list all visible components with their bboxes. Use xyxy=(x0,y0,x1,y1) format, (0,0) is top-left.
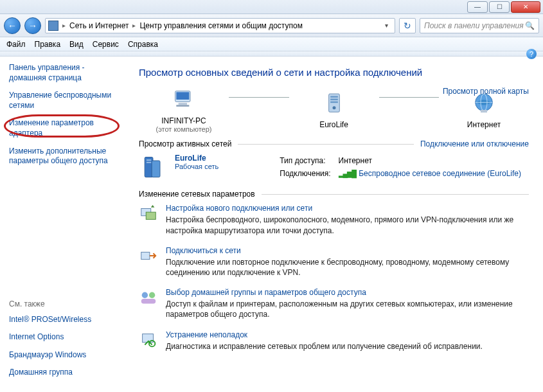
sidebar: Панель управления - домашняя страница Уп… xyxy=(0,57,130,392)
map-node-network[interactable]: EuroLife xyxy=(289,91,379,129)
menu-view[interactable]: Вид xyxy=(69,40,84,49)
access-type-label: Тип доступа: xyxy=(280,155,337,166)
address-dropdown[interactable]: ▾ xyxy=(380,22,392,29)
task-new-connection: Настройка нового подключения или сети На… xyxy=(139,204,529,235)
svg-rect-19 xyxy=(141,252,150,259)
back-button[interactable]: ← xyxy=(4,17,21,34)
task-homegroup: Выбор домашней группы и параметров общег… xyxy=(139,288,529,319)
svg-rect-6 xyxy=(330,99,338,101)
network-map: Просмотр полной карты INFINITY-PC (этот … xyxy=(139,87,529,133)
chevron-icon: ▸ xyxy=(132,22,136,29)
active-network-details: Тип доступа: Интернет Подключения: ▂▄▆█Б… xyxy=(278,154,529,182)
map-connector xyxy=(229,97,289,98)
sidebar-link-intel[interactable]: Intel® PROSet/Wireless xyxy=(9,315,123,325)
task-description: Подключение или повторное подключение к … xyxy=(166,257,529,278)
map-node-this-pc[interactable]: INFINITY-PC (этот компьютер) xyxy=(139,87,229,133)
close-button[interactable]: ✕ xyxy=(511,1,540,13)
network-category-link[interactable]: Рабочая сеть xyxy=(175,163,218,170)
map-node-sublabel: (этот компьютер) xyxy=(156,125,211,133)
menubar: Файл Правка Вид Сервис Справка xyxy=(0,37,543,51)
connections-label: Подключения: xyxy=(280,168,337,179)
refresh-button[interactable]: ↻ xyxy=(399,18,416,33)
page-title: Просмотр основных сведений о сети и наст… xyxy=(139,67,529,78)
task-connect: Подключиться к сети Подключение или повт… xyxy=(139,246,529,278)
sidebar-link-home[interactable]: Панель управления - домашняя страница xyxy=(9,63,123,83)
section-network-settings: Изменение сетевых параметров xyxy=(139,190,529,199)
svg-point-21 xyxy=(149,292,155,298)
access-type-value: Интернет xyxy=(339,155,528,166)
map-node-label: EuroLife xyxy=(319,120,348,129)
minimize-button[interactable]: — xyxy=(467,1,488,13)
address-bar[interactable]: ▸ Сеть и Интернет ▸ Центр управления сет… xyxy=(45,18,395,33)
map-connector xyxy=(379,97,440,98)
menu-file[interactable]: Файл xyxy=(6,40,26,49)
titlebar: — ☐ ✕ xyxy=(0,0,543,14)
svg-rect-22 xyxy=(141,299,156,304)
task-link[interactable]: Выбор домашней группы и параметров общег… xyxy=(166,288,529,297)
computer-icon xyxy=(168,87,199,112)
svg-point-8 xyxy=(332,106,335,109)
sidebar-link-wireless[interactable]: Управление беспроводными сетями xyxy=(9,91,123,111)
svg-rect-7 xyxy=(330,102,338,103)
sidebar-link-sharing[interactable]: Изменить дополнительные параметры общего… xyxy=(9,147,123,166)
sidebar-seealso-header: См. также xyxy=(9,299,123,308)
search-box[interactable]: Поиск в панели управления 🔍 xyxy=(420,18,539,33)
maximize-button[interactable]: ☐ xyxy=(489,1,510,13)
new-connection-icon xyxy=(139,204,158,223)
task-link[interactable]: Подключиться к сети xyxy=(166,246,529,255)
body: Панель управления - домашняя страница Уп… xyxy=(0,57,543,392)
svg-rect-15 xyxy=(147,160,151,161)
full-map-link[interactable]: Просмотр полной карты xyxy=(443,87,529,96)
active-network-row: EuroLife Рабочая сеть Тип доступа: Интер… xyxy=(139,154,529,182)
map-node-label: Интернет xyxy=(467,120,501,129)
toolstrip: ? xyxy=(0,51,543,57)
svg-rect-12 xyxy=(481,110,487,112)
task-link[interactable]: Настройка нового подключения или сети xyxy=(166,204,529,213)
section-active-networks: Просмотр активных сетей Подключение или … xyxy=(139,139,529,148)
homegroup-icon xyxy=(139,288,158,307)
connection-link[interactable]: Беспроводное сетевое соединение (EuroLif… xyxy=(359,169,521,178)
forward-button[interactable]: → xyxy=(24,17,41,34)
section-label: Изменение сетевых параметров xyxy=(139,190,255,199)
connect-disconnect-link[interactable]: Подключение или отключение xyxy=(420,139,529,148)
sidebar-link-internet-options[interactable]: Internet Options xyxy=(9,332,123,343)
control-panel-icon xyxy=(48,21,58,31)
menu-tools[interactable]: Сервис xyxy=(93,40,119,49)
search-icon[interactable]: 🔍 xyxy=(525,21,535,30)
breadcrumb-1[interactable]: Сеть и Интернет xyxy=(69,21,129,30)
task-description: Настройка беспроводного, широкополосного… xyxy=(166,215,529,235)
signal-icon: ▂▄▆█ xyxy=(339,170,357,177)
map-node-label: INFINITY-PC xyxy=(161,116,206,125)
help-icon[interactable]: ? xyxy=(526,49,537,59)
network-icon xyxy=(139,154,167,182)
svg-rect-16 xyxy=(147,162,151,163)
troubleshoot-icon xyxy=(139,330,158,350)
task-description: Диагностика и исправление сетевых пробле… xyxy=(166,341,483,352)
sidebar-link-firewall[interactable]: Брандмауэр Windows xyxy=(9,350,123,361)
sidebar-link-adapter-wrap: Изменение параметров адаптера xyxy=(9,118,123,146)
section-label: Просмотр активных сетей xyxy=(139,139,231,148)
task-description: Доступ к файлам и принтерам, расположенн… xyxy=(166,299,529,319)
sidebar-link-adapter[interactable]: Изменение параметров адаптера xyxy=(9,118,123,138)
breadcrumb-2[interactable]: Центр управления сетями и общим доступом xyxy=(139,21,303,30)
svg-point-20 xyxy=(142,292,148,298)
sidebar-link-homegroup[interactable]: Домашняя группа xyxy=(9,368,123,378)
svg-rect-1 xyxy=(176,92,189,100)
menu-edit[interactable]: Правка xyxy=(35,40,61,49)
chevron-icon: ▸ xyxy=(62,22,66,29)
active-network-info: EuroLife Рабочая сеть xyxy=(139,154,265,182)
menu-help[interactable]: Справка xyxy=(128,40,158,49)
connect-icon xyxy=(139,246,158,265)
svg-rect-2 xyxy=(179,103,187,105)
network-name-link[interactable]: EuroLife xyxy=(175,154,218,163)
main-content: Просмотр основных сведений о сети и наст… xyxy=(130,57,543,392)
task-link[interactable]: Устранение неполадок xyxy=(166,330,483,339)
svg-rect-5 xyxy=(330,96,338,98)
window-buttons: — ☐ ✕ xyxy=(467,1,540,13)
search-placeholder: Поиск в панели управления xyxy=(424,21,524,30)
svg-rect-18 xyxy=(146,213,156,220)
svg-rect-14 xyxy=(152,161,160,177)
map-node-internet[interactable]: Интернет xyxy=(439,91,529,129)
server-icon xyxy=(319,91,350,116)
svg-rect-3 xyxy=(176,105,189,107)
